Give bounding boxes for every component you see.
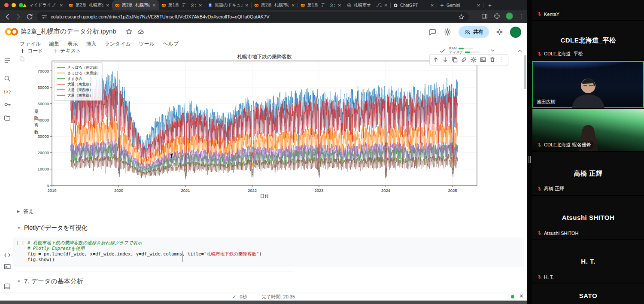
participant-video-tile[interactable]: H. T.H. T.	[532, 240, 644, 283]
url-omnibox[interactable]: colab.research.google.com/drive/1pZbJNq7…	[37, 12, 469, 21]
side-panel-icon[interactable]	[481, 12, 488, 20]
menu-item-2[interactable]: 表示	[67, 40, 78, 48]
participant-video-tile[interactable]: CDLE北海道 蝦名優希	[532, 109, 644, 151]
reload-icon[interactable]	[26, 13, 33, 21]
browser-tab[interactable]: 第1章_データ分析✕	[159, 0, 205, 10]
menu-item-5[interactable]: ツール	[139, 40, 155, 48]
notebook-scrollbar[interactable]	[524, 55, 526, 89]
resize-handle[interactable]	[529, 156, 531, 163]
folder-icon[interactable]	[3, 114, 11, 122]
code-line[interactable]: fig.show()	[27, 257, 262, 262]
delete-icon[interactable]	[489, 56, 496, 63]
browser-tab[interactable]: ChatGPT✕	[391, 0, 437, 10]
browser-tab[interactable]: 第1章_データ分析✕	[298, 0, 344, 10]
browser-tab[interactable]: マイドライブ - Goo✕	[20, 0, 66, 10]
resources-chevron-down-icon[interactable]	[490, 48, 495, 53]
close-tab-icon[interactable]: ✕	[245, 3, 249, 8]
search-icon[interactable]	[3, 75, 11, 82]
close-tab-icon[interactable]: ✕	[291, 3, 295, 8]
code-token: )	[259, 251, 261, 256]
toc-icon[interactable]	[3, 57, 11, 64]
minimize-window-icon[interactable]	[12, 3, 16, 7]
browser-tab[interactable]: 札幌市オープンデー✕	[344, 0, 391, 10]
browser-tab[interactable]: 第2章_札幌市のデー✕	[252, 0, 298, 10]
key-icon[interactable]	[3, 100, 11, 108]
close-tab-icon[interactable]: ✕	[106, 3, 110, 8]
settings-gear-icon[interactable]	[444, 28, 452, 36]
close-window-icon[interactable]	[4, 3, 9, 7]
chart-legend: さっぽろ（南北線）さっぽろ（東豊線）すすきの大通（南北線）大通（東西線）大通（東…	[54, 63, 102, 100]
chevron-down-icon: ▼	[17, 226, 21, 230]
tab-search-chevron-icon[interactable]	[516, 2, 523, 9]
participant-video-tile[interactable]: SATO	[532, 283, 644, 304]
participant-video-tile[interactable]: KentaY	[532, 0, 644, 20]
back-icon[interactable]	[3, 13, 11, 21]
url-text[interactable]: colab.research.google.com/drive/1pZbJNq7…	[51, 14, 455, 19]
close-tab-icon[interactable]: ✕	[430, 3, 434, 8]
more-vert-icon[interactable]	[518, 13, 525, 19]
account-avatar[interactable]	[510, 27, 521, 38]
add-text-button[interactable]: テキスト	[52, 47, 81, 55]
panel-icon[interactable]	[3, 283, 11, 290]
browser-tab[interactable]: 第2章_札幌市のデー✕	[112, 0, 159, 10]
close-tab-icon[interactable]: ✕	[152, 3, 156, 8]
menu-item-6[interactable]: ヘルプ	[163, 40, 179, 48]
participant-video-tile[interactable]: 高橋 正輝高橋 正輝	[532, 152, 644, 195]
code-editor[interactable]: # 札幌市地下鉄の乗降客数の推移を折れ線グラフで表示# Plotly Expre…	[27, 240, 262, 262]
terminal-icon[interactable]	[3, 263, 11, 271]
link-icon[interactable]	[461, 56, 468, 63]
arrow-down-icon[interactable]	[442, 56, 449, 63]
close-status-icon[interactable]: ✕	[519, 293, 524, 299]
participant-video-tile[interactable]: Atsushi SHITOHAtsushi SHITOH	[532, 196, 644, 239]
svg-text:大通（東西線）: 大通（東西線）	[67, 88, 93, 92]
share-button[interactable]: 共有	[459, 26, 489, 38]
close-tab-icon[interactable]: ✕	[384, 3, 388, 8]
code-line[interactable]: # 札幌市地下鉄の乗降客数の推移を折れ線グラフで表示	[27, 240, 262, 246]
cell-run-prompt[interactable]: [ ]	[16, 240, 24, 245]
arrow-up-icon[interactable]	[432, 56, 439, 63]
participant-name-label: 高橋 正輝	[535, 185, 567, 192]
more-vert-icon[interactable]	[498, 56, 505, 63]
bookmark-star-icon[interactable]	[458, 14, 465, 20]
colab-logo-icon[interactable]	[4, 27, 19, 36]
menu-item-1[interactable]: 編集	[49, 40, 59, 48]
site-info-icon[interactable]	[41, 14, 47, 20]
close-tab-icon[interactable]: ✕	[198, 3, 203, 8]
copy-icon[interactable]	[451, 56, 458, 63]
braces-icon[interactable]: {x}	[3, 88, 11, 95]
star-notebook-icon[interactable]	[125, 28, 133, 35]
participant-video-tile[interactable]: 池田広樹	[532, 61, 644, 108]
add-code-button[interactable]: コード	[20, 47, 43, 55]
basic-analysis-heading[interactable]: ▼ 7. データの基本分析	[17, 277, 83, 286]
menu-item-3[interactable]: 挿入	[86, 40, 96, 48]
code-line[interactable]: fig = px.line(df_wide, x=df_wide.index, …	[27, 251, 262, 257]
menu-item-0[interactable]: ファイル	[20, 40, 41, 48]
notebook-title[interactable]: 第2章_札幌市のデータ分析.ipynb	[21, 27, 116, 36]
menu-item-4[interactable]: ランタイム	[104, 40, 131, 48]
extensions-icon[interactable]	[493, 12, 501, 20]
code-icon[interactable]	[3, 251, 11, 259]
answer-collapsed-section[interactable]: ▶ 答え	[17, 208, 33, 215]
profile-avatar[interactable]	[506, 12, 513, 20]
gemini-sparkle-icon[interactable]	[496, 28, 503, 36]
close-tab-icon[interactable]: ✕	[337, 3, 342, 8]
chevron-right-icon: ▶	[17, 210, 20, 213]
browser-tab[interactable]: 第2章_札幌市のデー✕	[66, 0, 112, 10]
output-link-icon[interactable]	[19, 56, 25, 62]
participant-video-tile[interactable]: CDLE北海道_平松CDLE北海道_平松	[532, 21, 644, 60]
browser-tab[interactable]: Gemini✕	[437, 0, 483, 10]
code-line[interactable]: # Plotly Expressを使用	[27, 246, 262, 251]
ram-disk-widget[interactable]: RAM ディスク	[449, 46, 486, 54]
plotly-section-heading[interactable]: ▼ Plotlyでデータを可視化	[17, 224, 87, 232]
browser-tab[interactable]: 無題のドキュメント✕	[205, 0, 252, 10]
new-tab-button[interactable]: +	[486, 2, 494, 9]
svg-text:2023: 2023	[314, 188, 323, 193]
forward-icon[interactable]	[15, 13, 22, 21]
close-tab-icon[interactable]: ✕	[59, 3, 64, 8]
close-tab-icon[interactable]: ✕	[477, 3, 481, 8]
collapse-panel-icon[interactable]	[516, 48, 523, 54]
gear-icon[interactable]	[470, 56, 477, 63]
code-cell[interactable]: [ ] # 札幌市地下鉄の乗降客数の推移を折れ線グラフで表示# Plotly E…	[13, 237, 524, 267]
comments-icon[interactable]	[428, 28, 437, 36]
image-icon[interactable]	[480, 56, 486, 63]
